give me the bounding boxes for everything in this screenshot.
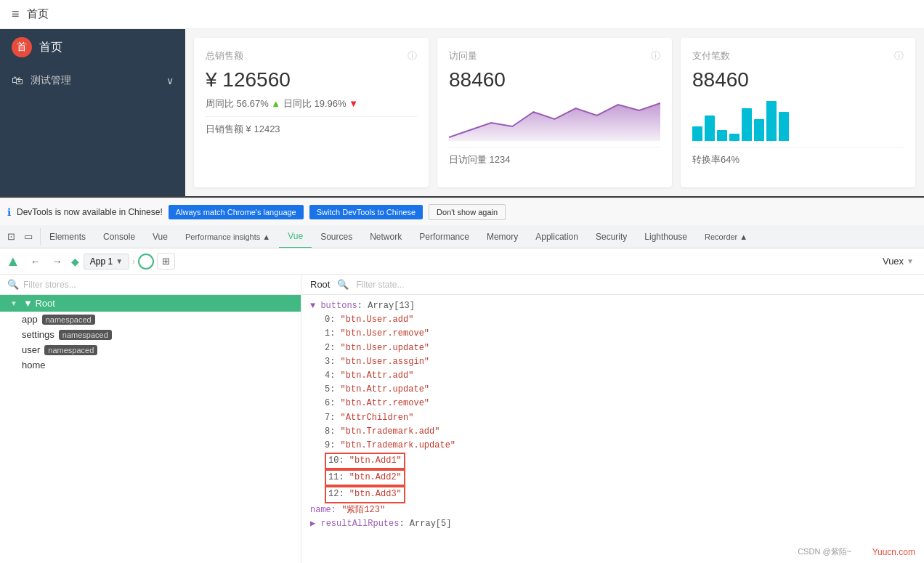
tab-network[interactable]: Network bbox=[361, 225, 410, 248]
tab-elements[interactable]: Elements bbox=[41, 225, 94, 248]
state-panel: Root 🔍 ▼ buttons: Array[13]0: "btn.User.… bbox=[301, 275, 924, 563]
component-inspector-button[interactable] bbox=[138, 254, 154, 270]
page-title: 首页 bbox=[27, 7, 49, 21]
csdn-attribution: CSDN @紫陌~ bbox=[798, 546, 851, 557]
tab-lighthouse[interactable]: Lighthouse bbox=[636, 225, 696, 248]
sidebar-home-label[interactable]: 首页 bbox=[39, 40, 62, 55]
app-label: app bbox=[22, 314, 38, 325]
cursor-tool-button[interactable]: ⊡ bbox=[4, 228, 18, 245]
tab-memory[interactable]: Memory bbox=[478, 225, 527, 248]
tab-application[interactable]: Application bbox=[527, 225, 587, 248]
down-arrow: ▼ bbox=[349, 98, 358, 109]
code-line: 5: "btn.Attr.update" bbox=[310, 383, 915, 397]
tab-recorder[interactable]: Recorder ▲ bbox=[696, 225, 756, 248]
hamburger-icon[interactable]: ≡ bbox=[12, 7, 20, 22]
visits-card: 访问量 ⓘ 88460 bbox=[437, 38, 672, 187]
diamond-icon: ◆ bbox=[71, 256, 79, 267]
card1-footer: 日销售额 ¥ 12423 bbox=[206, 116, 417, 136]
vuex-selector[interactable]: Vuex ▼ bbox=[878, 254, 918, 269]
state-filter-input[interactable] bbox=[356, 280, 915, 290]
devtools-tab-bar: ⊡ ▭ Elements Console Vue Performance ins… bbox=[0, 225, 924, 248]
code-line: name: "紫陌123" bbox=[310, 503, 915, 517]
state-root-label: Root bbox=[310, 279, 330, 290]
visits-chart bbox=[449, 97, 660, 141]
tree-chevron-icon: ▼ bbox=[10, 299, 17, 307]
store-item-settings[interactable]: settings namespaced bbox=[0, 327, 301, 342]
forward-button[interactable]: → bbox=[48, 253, 67, 270]
home-label: home bbox=[22, 360, 46, 370]
store-item-user[interactable]: user namespaced bbox=[0, 342, 301, 357]
code-line: 12: "btn.Add3" bbox=[310, 486, 915, 503]
component-tree-button[interactable]: ⊞ bbox=[157, 253, 175, 270]
dont-show-again-button[interactable]: Don't show again bbox=[429, 204, 506, 220]
info-circle-icon: ℹ bbox=[7, 206, 11, 218]
up-arrow: ▲ bbox=[271, 98, 280, 109]
code-line: 7: "AttrChildren" bbox=[310, 411, 915, 425]
match-language-button[interactable]: Always match Chrome's language bbox=[169, 205, 304, 219]
user-label: user bbox=[22, 344, 40, 355]
code-line: 4: "btn.Attr.add" bbox=[310, 369, 915, 383]
payments-chart bbox=[692, 97, 904, 141]
card2-value: 88460 bbox=[449, 68, 660, 92]
tab-console[interactable]: Console bbox=[94, 225, 144, 248]
store-item-home[interactable]: home bbox=[0, 357, 301, 373]
stores-panel: 🔍 ▼ ▼ Root app namespaced settings bbox=[0, 275, 301, 563]
sales-card: 总销售额 ⓘ ¥ 126560 周同比 56.67% ▲ 日同比 19.96% … bbox=[194, 38, 429, 187]
vuex-arrow-icon: ▼ bbox=[907, 257, 914, 265]
dropdown-arrow-icon: ▼ bbox=[115, 257, 123, 265]
tab-vue-active[interactable]: Vue bbox=[279, 225, 312, 248]
card1-title: 总销售额 bbox=[206, 49, 243, 62]
code-line: ▶ resultAllRputes: Array[5] bbox=[310, 517, 915, 531]
state-search-icon: 🔍 bbox=[337, 279, 349, 290]
card3-value: 88460 bbox=[692, 68, 904, 92]
nav-arrow-icon: › bbox=[132, 256, 135, 267]
store-item-app[interactable]: app namespaced bbox=[0, 312, 301, 327]
settings-badge: namespaced bbox=[59, 330, 112, 340]
code-line: ▼ buttons: Array[13] bbox=[310, 299, 915, 313]
stores-filter-input[interactable] bbox=[23, 280, 293, 290]
sidebar-item-management[interactable]: 🛍 测试管理 ∨ bbox=[0, 65, 185, 96]
card3-footer: 转换率64% bbox=[692, 147, 904, 166]
tab-security[interactable]: Security bbox=[587, 225, 636, 248]
tab-sources[interactable]: Sources bbox=[312, 225, 361, 248]
info-icon3[interactable]: ⓘ bbox=[894, 49, 904, 62]
card2-footer: 日访问量 1234 bbox=[449, 147, 660, 166]
state-header: Root 🔍 bbox=[301, 275, 924, 295]
notif-text: DevTools is now available in Chinese! bbox=[17, 207, 163, 217]
code-line: 0: "btn.User.add" bbox=[310, 313, 915, 327]
root-label: ▼ Root bbox=[23, 298, 55, 309]
tab-vue-first[interactable]: Vue bbox=[144, 225, 177, 248]
svg-marker-0 bbox=[449, 103, 660, 141]
devtools-main-panel: 🔍 ▼ ▼ Root app namespaced settings bbox=[0, 275, 924, 563]
code-line: 2: "btn.User.update" bbox=[310, 341, 915, 355]
vue-devtools-toolbar: ▲ ← → ◆ App 1 ▼ › ⊞ Vuex ▼ bbox=[0, 248, 924, 275]
cart-icon: 🛍 bbox=[12, 74, 23, 87]
info-icon[interactable]: ⓘ bbox=[408, 49, 417, 62]
sidebar-logo: 首 bbox=[12, 37, 32, 57]
yuucn-attribution: Yuucn.com bbox=[872, 547, 915, 557]
code-line: 11: "btn.Add2" bbox=[310, 469, 915, 486]
code-line: 1: "btn.User.remove" bbox=[310, 327, 915, 341]
state-content: ▼ buttons: Array[13]0: "btn.User.add"1: … bbox=[301, 295, 924, 563]
search-icon: 🔍 bbox=[7, 279, 19, 290]
code-line: 6: "btn.Attr.remove" bbox=[310, 397, 915, 410]
card2-title: 访问量 bbox=[449, 49, 477, 62]
device-toolbar-button[interactable]: ▭ bbox=[21, 228, 36, 245]
switch-to-chinese-button[interactable]: Switch DevTools to Chinese bbox=[309, 205, 423, 219]
tab-performance-insights[interactable]: Performance insights ▲ bbox=[177, 225, 279, 248]
card1-sub: 周同比 56.67% ▲ 日同比 19.96% ▼ bbox=[206, 97, 417, 110]
tab-performance[interactable]: Performance bbox=[410, 225, 478, 248]
code-line: 8: "btn.Trademark.add" bbox=[310, 425, 915, 439]
user-badge: namespaced bbox=[44, 345, 97, 355]
devtools-notification-bar: ℹ DevTools is now available in Chinese! … bbox=[0, 198, 924, 225]
sidebar-item-label: 测试管理 bbox=[31, 74, 71, 87]
card1-value: ¥ 126560 bbox=[206, 68, 417, 92]
back-button[interactable]: ← bbox=[26, 253, 45, 270]
root-tree-item[interactable]: ▼ ▼ Root bbox=[0, 295, 301, 312]
info-icon2[interactable]: ⓘ bbox=[651, 49, 660, 62]
app-badge: namespaced bbox=[42, 315, 95, 325]
code-line: 9: "btn.Trademark.update" bbox=[310, 439, 915, 453]
settings-label: settings bbox=[22, 329, 54, 340]
app-selector[interactable]: App 1 ▼ bbox=[84, 254, 129, 270]
vue-logo: ▲ bbox=[6, 253, 20, 270]
